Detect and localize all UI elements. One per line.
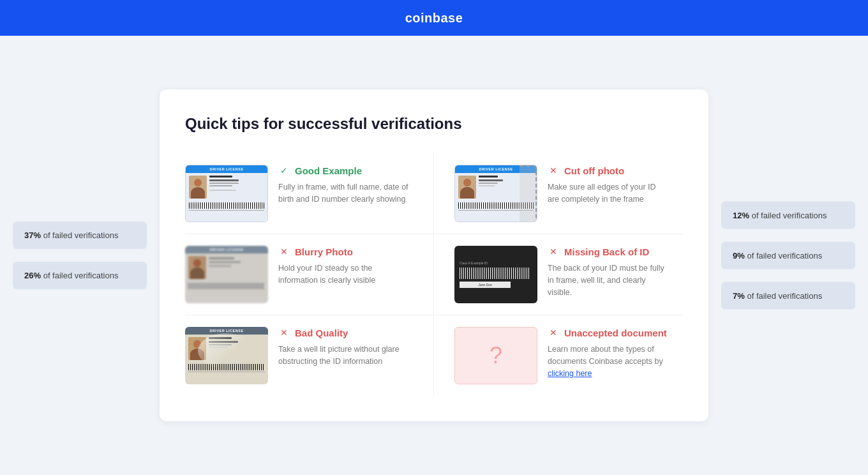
right-stat-2-percent: 9% — [733, 251, 745, 260]
tips-grid: DRIVER LICENSE — [185, 153, 683, 396]
tip-content-unaccepted: ✕ Unaccepted document Learn more about t… — [548, 327, 668, 379]
tip-content-good: ✓ Good Example Fully in frame, with full… — [278, 165, 413, 206]
good-icon: ✓ — [278, 165, 290, 176]
tip-good-example: DRIVER LICENSE — [185, 153, 434, 234]
id-barcode-cutoff — [458, 202, 534, 209]
id-info-good — [209, 176, 239, 199]
tip-desc-good: Fully in frame, with full name, date of … — [278, 181, 413, 206]
id-thumb-blurry: DRIVER LICENSE — [185, 246, 268, 303]
tip-desc-back: The back of your ID must be fully in fra… — [548, 262, 668, 298]
tip-content-cutoff: ✕ Cut off photo Make sure all edges of y… — [548, 165, 668, 206]
id-barcode-blurry — [188, 283, 265, 289]
left-stat-2-label: of failed verifications — [43, 271, 119, 280]
right-stat-1-label: of failed verifications — [752, 211, 827, 220]
app-header: coinbase — [0, 0, 868, 36]
tip-label-good: Good Example — [295, 165, 362, 176]
id-header-blurry: DRIVER LICENSE — [185, 246, 268, 253]
id-thumb-cutoff: DRIVER LICENSE — [454, 165, 537, 222]
right-stat-3-label: of failed verifications — [747, 291, 822, 301]
tip-content-blurry: ✕ Blurry Photo Hold your ID steady so th… — [278, 246, 413, 287]
right-stats: 12% of failed verifications 9% of failed… — [721, 202, 855, 310]
tip-unaccepted: ? ✕ Unaccepted document Learn more about… — [434, 315, 683, 396]
tip-label-bad: Bad Quality — [295, 328, 348, 338]
id-barcode-bad — [188, 364, 265, 370]
left-stat-2: 26% of failed verifications — [13, 262, 147, 289]
question-mark-icon: ? — [490, 342, 502, 369]
id-info-blurry — [209, 257, 241, 279]
id-header-good: DRIVER LICENSE — [186, 165, 267, 173]
id-thumb-unaccepted: ? — [454, 327, 537, 384]
id-info-bad — [209, 337, 238, 360]
id-header-bad: DRIVER LICENSE — [185, 327, 268, 335]
bad-icon-bad: ✕ — [278, 327, 290, 338]
left-stat-1-label: of failed verifications — [43, 230, 119, 240]
tip-desc-bad: Take a well lit picture without glare ob… — [278, 343, 413, 368]
id-back-label: Class A Example ID — [460, 261, 488, 265]
left-stats: 37% of failed verifications 26% of faile… — [13, 222, 147, 289]
id-sig-bad — [188, 372, 265, 375]
left-stat-2-percent: 26% — [24, 271, 41, 280]
id-barcode-good — [189, 202, 264, 209]
id-photo-blurry — [188, 256, 206, 279]
tip-label-blurry: Blurry Photo — [295, 246, 353, 257]
tip-label-back: Missing Back of ID — [564, 246, 649, 257]
id-thumb-back: Class A Example ID Jane Doe — [454, 246, 537, 303]
id-info-cutoff — [479, 176, 503, 199]
main-card: Quick tips for successful verifications … — [160, 89, 708, 421]
tip-blurry: DRIVER LICENSE — [185, 234, 434, 315]
id-sig-cutoff — [458, 210, 534, 214]
id-sig-back: Jane Doe — [460, 282, 511, 288]
tip-label-unaccepted: Unaccepted document — [564, 328, 667, 338]
page-body: 37% of failed verifications 26% of faile… — [0, 36, 868, 475]
coinbase-logo: coinbase — [405, 11, 463, 26]
tip-desc-unaccepted: Learn more about the types of documents … — [548, 343, 668, 379]
clicking-here-link[interactable]: clicking here — [548, 369, 592, 378]
left-stat-1-percent: 37% — [24, 230, 41, 240]
tip-content-bad: ✕ Bad Quality Take a well lit picture wi… — [278, 327, 413, 368]
id-thumb-bad: DRIVER LICENSE — [185, 327, 268, 384]
bad-icon-cutoff: ✕ — [548, 165, 559, 176]
right-stat-1-percent: 12% — [733, 211, 749, 220]
right-stat-3: 7% of failed verifications — [721, 282, 855, 310]
right-stat-1: 12% of failed verifications — [721, 202, 855, 229]
right-stat-2: 9% of failed verifications — [721, 242, 855, 269]
id-barcode-back — [460, 268, 530, 279]
tip-bad-quality: DRIVER LICENSE — [185, 315, 434, 396]
left-stat-1: 37% of failed verifications — [13, 222, 147, 249]
tip-label-cutoff: Cut off photo — [564, 165, 624, 176]
id-photo-bad — [188, 337, 206, 360]
right-stat-3-percent: 7% — [733, 291, 745, 301]
id-photo-good — [189, 176, 207, 199]
tip-desc-blurry: Hold your ID steady so the information i… — [278, 262, 413, 287]
page-title: Quick tips for successful verifications — [185, 115, 683, 133]
bad-icon-unaccepted: ✕ — [548, 327, 559, 338]
bad-icon-back: ✕ — [548, 246, 559, 257]
tip-content-back: ✕ Missing Back of ID The back of your ID… — [548, 246, 668, 298]
id-photo-cutoff — [458, 176, 476, 199]
id-thumb-good: DRIVER LICENSE — [185, 165, 268, 222]
tip-missing-back: Class A Example ID Jane Doe ✕ Missing Ba… — [434, 234, 683, 315]
right-stat-2-label: of failed verifications — [747, 251, 822, 260]
id-header-cutoff: DRIVER LICENSE — [455, 165, 537, 173]
id-sig-good — [189, 210, 264, 214]
tip-desc-cutoff: Make sure all edges of your ID are compl… — [548, 181, 668, 206]
bad-icon-blurry: ✕ — [278, 246, 290, 257]
tip-cutoff: DRIVER LICENSE — [434, 153, 683, 234]
